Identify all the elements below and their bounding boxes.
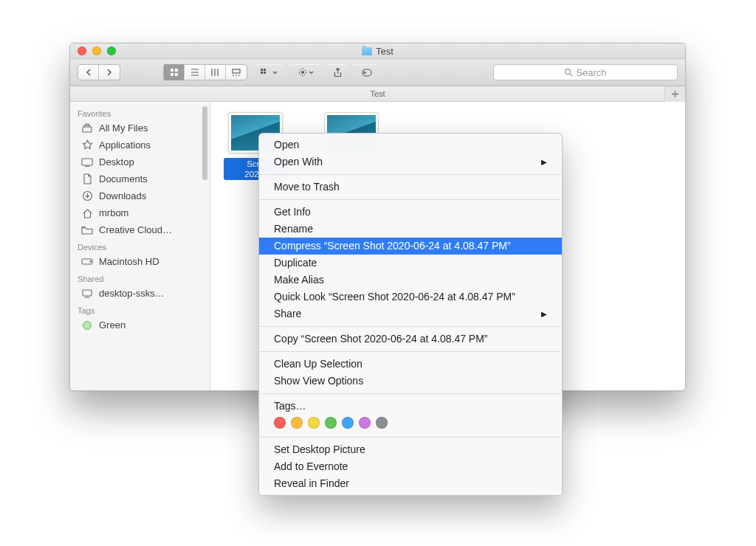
svg-rect-0 [171, 69, 173, 72]
menu-tags[interactable]: Tags… [259, 398, 562, 415]
svg-rect-10 [233, 69, 240, 73]
menu-compress[interactable]: Compress “Screen Shot 2020-06-24 at 4.08… [259, 238, 562, 255]
menu-item-label: Quick Look “Screen Shot 2020-06-24 at 4.… [274, 290, 515, 304]
menu-open-with[interactable]: Open With▶ [259, 153, 562, 170]
menu-item-label: Compress “Screen Shot 2020-06-24 at 4.08… [274, 239, 511, 253]
menu-separator [260, 393, 561, 394]
svg-rect-15 [261, 72, 263, 74]
menu-make-alias[interactable]: Make Alias [259, 272, 562, 288]
gallery-view-button[interactable] [226, 64, 247, 80]
tag-color-gray[interactable] [376, 417, 388, 429]
tag-color-green[interactable] [325, 417, 337, 429]
back-button[interactable] [78, 64, 99, 80]
svg-rect-2 [171, 73, 173, 76]
menu-item-label: Set Desktop Picture [274, 443, 365, 457]
documents-icon [80, 173, 94, 184]
submenu-arrow-icon: ▶ [541, 307, 547, 321]
menu-item-label: Get Info [274, 205, 311, 219]
svg-rect-3 [175, 73, 178, 76]
menu-get-info[interactable]: Get Info [259, 204, 562, 221]
tag-color-yellow[interactable] [308, 417, 320, 429]
minimize-window-button[interactable] [92, 46, 101, 55]
icon-view-button[interactable] [164, 64, 185, 80]
search-field[interactable]: Search [493, 64, 678, 80]
sidebar-tags-label: Tags [70, 302, 210, 317]
sidebar-item-downloads[interactable]: Downloads [70, 187, 210, 204]
sidebar-item-creative-cloud[interactable]: Creative Cloud… [70, 221, 210, 238]
menu-item-label: Share [274, 307, 301, 321]
menu-move-to-trash[interactable]: Move to Trash [259, 179, 562, 196]
menu-item-label: Show View Options [274, 374, 363, 388]
menu-share[interactable]: Share▶ [259, 305, 562, 322]
folder-icon [80, 226, 94, 235]
sidebar-scrollbar[interactable] [202, 106, 207, 180]
menu-item-label: Clean Up Selection [274, 357, 362, 371]
svg-rect-26 [82, 159, 92, 165]
svg-point-20 [364, 72, 365, 73]
search-icon [564, 68, 573, 77]
menu-quick-look[interactable]: Quick Look “Screen Shot 2020-06-24 at 4.… [259, 288, 562, 305]
window-title: Test [70, 46, 685, 57]
folder-icon [362, 47, 372, 55]
menu-item-label: Duplicate [274, 256, 317, 270]
menu-clean-up[interactable]: Clean Up Selection [259, 356, 562, 373]
sidebar-item-macintosh-hd[interactable]: Macintosh HD [70, 253, 210, 270]
menu-tag-colors [259, 415, 562, 433]
sidebar-item-documents[interactable]: Documents [70, 170, 210, 187]
sidebar-devices-label: Devices [70, 238, 210, 253]
sidebar-item-label: Downloads [99, 190, 146, 201]
svg-rect-25 [83, 127, 92, 132]
tags-button[interactable] [354, 64, 379, 80]
sidebar-item-label: All My Files [99, 122, 148, 134]
close-window-button[interactable] [78, 46, 86, 55]
menu-item-label: Open With [274, 155, 323, 169]
sidebar-item-label: Macintosh HD [99, 256, 159, 267]
svg-rect-1 [175, 69, 178, 72]
menu-view-options[interactable]: Show View Options [259, 373, 562, 390]
path-bar: Test [70, 86, 685, 102]
svg-rect-14 [261, 69, 263, 71]
sidebar-item-label: Desktop [99, 156, 134, 167]
sidebar-item-shared-computer[interactable]: desktop-ssks… [70, 285, 210, 302]
sidebar-item-desktop[interactable]: Desktop [70, 153, 210, 170]
sidebar-item-applications[interactable]: Applications [70, 136, 210, 153]
sidebar-item-label: desktop-ssks… [99, 288, 165, 299]
menu-separator [260, 351, 561, 352]
titlebar: Test [70, 44, 685, 59]
sidebar-item-home[interactable]: mrbom [70, 204, 210, 221]
sidebar-item-label: Creative Cloud… [99, 224, 172, 235]
menu-reveal-in-finder[interactable]: Reveal in Finder [259, 475, 562, 492]
tag-color-blue[interactable] [342, 417, 354, 429]
sidebar-item-all-my-files[interactable]: All My Files [70, 120, 210, 136]
sidebar-item-label: Green [99, 319, 126, 331]
menu-copy[interactable]: Copy “Screen Shot 2020-06-24 at 4.08.47 … [259, 331, 562, 348]
sidebar-item-tag-green[interactable]: Green [70, 317, 210, 334]
column-view-button[interactable] [205, 64, 226, 80]
zoom-window-button[interactable] [107, 46, 116, 55]
svg-line-22 [570, 74, 572, 76]
forward-button[interactable] [99, 64, 120, 80]
menu-open[interactable]: Open [259, 136, 562, 153]
home-icon [80, 208, 94, 218]
list-view-button[interactable] [185, 64, 205, 80]
all-my-files-icon [80, 123, 94, 133]
tag-color-orange[interactable] [291, 417, 303, 429]
tag-color-red[interactable] [274, 417, 286, 429]
desktop-icon [80, 158, 94, 167]
sidebar-item-label: mrbom [99, 207, 128, 218]
menu-duplicate[interactable]: Duplicate [259, 255, 562, 272]
menu-rename[interactable]: Rename [259, 221, 562, 238]
action-button[interactable] [290, 64, 321, 80]
svg-point-21 [566, 69, 571, 75]
view-mode-buttons [163, 64, 247, 80]
add-tab-button[interactable] [664, 86, 685, 102]
menu-set-desktop[interactable]: Set Desktop Picture [259, 441, 562, 458]
menu-item-label: Rename [274, 222, 313, 236]
tag-color-purple[interactable] [359, 417, 371, 429]
sidebar-shared-label: Shared [70, 270, 210, 285]
share-button[interactable] [327, 64, 348, 80]
arrange-button[interactable] [253, 64, 284, 80]
menu-add-evernote[interactable]: Add to Evernote [259, 458, 562, 475]
menu-separator [260, 199, 561, 200]
submenu-arrow-icon: ▶ [541, 155, 547, 169]
